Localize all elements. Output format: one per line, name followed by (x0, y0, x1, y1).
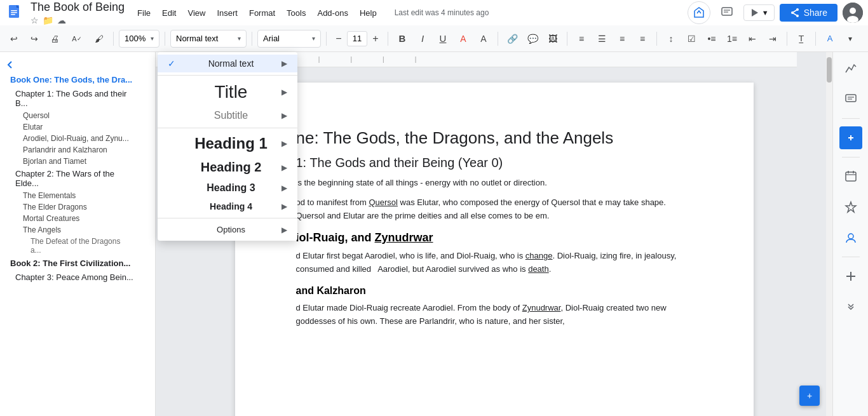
last-edit: Last edit was 4 minutes ago (395, 8, 489, 17)
style-menu-item-h3[interactable]: Heading 3 ▶ (158, 178, 297, 198)
comments-panel-icon[interactable] (839, 88, 862, 111)
align-left-button[interactable]: ≡ (573, 30, 590, 48)
presenting-button[interactable]: ▼ (743, 4, 775, 21)
sidebar-item-bjorlan[interactable]: Bjorlan and Tiamet (0, 156, 155, 167)
style-menu-item-h2[interactable]: Heading 2 ▶ (158, 156, 297, 178)
print-button[interactable]: 🖨 (46, 30, 64, 48)
style-menu-item-h1[interactable]: Heading 1 ▶ (158, 131, 297, 156)
sidebar-item-elutar[interactable]: Elutar (0, 121, 155, 133)
calendar-icon[interactable] (839, 165, 862, 188)
star-icon[interactable]: ☆ (31, 15, 39, 25)
sidebar-item-chapter1[interactable]: Chapter 1: The Gods and their B... (0, 87, 155, 110)
more-options-button[interactable]: ▾ (841, 30, 859, 48)
comments-button[interactable] (715, 1, 738, 24)
font-size-input[interactable] (347, 31, 367, 46)
menu-file[interactable]: File (132, 6, 156, 20)
bullet-list-button[interactable]: •≡ (703, 30, 721, 48)
folder-icon[interactable]: 📁 (43, 15, 53, 25)
zoom-dropdown[interactable]: 100% ▾ (119, 30, 159, 48)
style-item-subtitle-label: Subtitle (214, 110, 248, 121)
sidebar-item-defeat[interactable]: The Defeat of the Dragons a... (0, 236, 155, 256)
cloud-icon[interactable]: ☁ (57, 15, 66, 25)
style-menu-item-title[interactable]: Title ▶ (158, 78, 297, 106)
sidebar-item-book1[interactable]: Book One: The Gods, the Dra... (0, 72, 155, 87)
arrow-icon-h2: ▶ (281, 163, 287, 172)
font-dropdown[interactable]: Arial ▾ (257, 30, 321, 48)
text-color-button[interactable]: A (454, 30, 472, 48)
expand-icon[interactable] (839, 295, 862, 318)
sidebar-item-quersol[interactable]: Quersol (0, 110, 155, 121)
font-size-increase-button[interactable]: + (369, 32, 383, 46)
arrow-icon-options: ▶ (281, 225, 287, 234)
sidebar-item-mortal[interactable]: Mortal Creatures (0, 213, 155, 224)
separator-7 (567, 32, 567, 46)
style-menu-item-h4[interactable]: Heading 4 ▶ (158, 198, 297, 215)
sidebar-item-chapter2[interactable]: Chapter 2: The Wars of the Elde... (0, 167, 155, 190)
align-center-button[interactable]: ☰ (593, 30, 611, 48)
line-spacing-button[interactable]: ↕ (662, 30, 680, 48)
menu-addons[interactable]: Add-ons (312, 6, 353, 20)
sidebar-back-button[interactable] (0, 57, 155, 72)
highlight-button[interactable]: A (475, 30, 492, 48)
sidebar-item-elementals[interactable]: The Elementals (0, 190, 155, 201)
arrow-icon-title: ▶ (281, 88, 287, 97)
menu-help[interactable]: Help (355, 6, 382, 20)
keep-icon[interactable] (839, 196, 862, 218)
contacts-icon[interactable] (839, 226, 862, 249)
avatar[interactable] (843, 3, 863, 23)
sidebar-item-book2[interactable]: Book 2: The First Civilization... (0, 256, 155, 271)
share-button[interactable]: Share (780, 4, 837, 22)
spellcheck-button[interactable]: A✓ (66, 30, 88, 48)
style-menu-item-normal[interactable]: ✓ Normal text ▶ (158, 55, 297, 72)
redo-button[interactable]: ↪ (25, 30, 43, 48)
style-menu-item-subtitle[interactable]: Subtitle ▶ (158, 106, 297, 125)
menu-edit[interactable]: Edit (157, 6, 181, 20)
style-menu-item-options[interactable]: Options ▶ (158, 221, 297, 238)
menu-view[interactable]: View (182, 6, 210, 20)
doc-title[interactable]: The Book of Being (31, 1, 125, 14)
menu-tools[interactable]: Tools (281, 6, 311, 20)
increase-indent-button[interactable]: ⇥ (764, 30, 782, 48)
explore-fab[interactable]: + (799, 386, 820, 406)
text-style-button[interactable]: A (821, 30, 839, 48)
image-button[interactable]: 🖼 (544, 30, 562, 48)
font-size-area: − + (332, 31, 383, 46)
sidebar-item-arodiel[interactable]: Arodiel, Diol-Ruaig, and Zynu... (0, 133, 155, 144)
sidebar-item-parlandrir[interactable]: Parlandrir and Kalzharon (0, 144, 155, 156)
docs-logo-icon (5, 3, 25, 23)
font-size-decrease-button[interactable]: − (332, 32, 346, 46)
sidebar-item-elder-dragons[interactable]: The Elder Dragons (0, 201, 155, 213)
scrollbar[interactable] (826, 52, 832, 416)
svg-point-16 (850, 8, 856, 14)
body-paragraph-3: d Elutar first begat Aarodiel, who is li… (296, 250, 693, 276)
menu-insert[interactable]: Insert (212, 6, 243, 20)
explore-button[interactable] (688, 1, 710, 24)
link-button[interactable]: 🔗 (503, 30, 521, 48)
tasks-icon[interactable] (839, 126, 862, 149)
decrease-indent-button[interactable]: ⇤ (743, 30, 761, 48)
separator-6 (498, 32, 498, 46)
paint-format-button[interactable]: 🖌 (90, 30, 108, 48)
justify-button[interactable]: ≡ (634, 30, 651, 48)
comment-button[interactable]: 💬 (524, 30, 541, 48)
align-right-button[interactable]: ≡ (613, 30, 631, 48)
style-dropdown[interactable]: Normal text ▾ (170, 30, 247, 48)
sidebar-item-angels[interactable]: The Angels (0, 224, 155, 236)
sidebar-item-chapter3[interactable]: Chapter 3: Peace Among Bein... (0, 271, 155, 284)
font-chevron-icon: ▾ (312, 35, 315, 42)
right-divider-3 (842, 257, 860, 257)
svg-rect-3 (11, 10, 17, 11)
undo-button[interactable]: ↩ (5, 30, 23, 48)
menu-format[interactable]: Format (244, 6, 280, 20)
svg-rect-24 (846, 172, 856, 181)
clear-format-button[interactable]: T̲ (792, 30, 810, 48)
italic-button[interactable]: I (414, 30, 431, 48)
numbered-list-button[interactable]: 1≡ (723, 30, 741, 48)
analytics-icon[interactable] (839, 57, 862, 80)
underline-button[interactable]: U (434, 30, 452, 48)
add-addon-icon[interactable] (839, 265, 862, 288)
sidebar: Book One: The Gods, the Dra... Chapter 1… (0, 52, 156, 416)
separator-5 (388, 32, 388, 46)
checklist-button[interactable]: ☑ (682, 30, 700, 48)
bold-button[interactable]: B (393, 30, 411, 48)
